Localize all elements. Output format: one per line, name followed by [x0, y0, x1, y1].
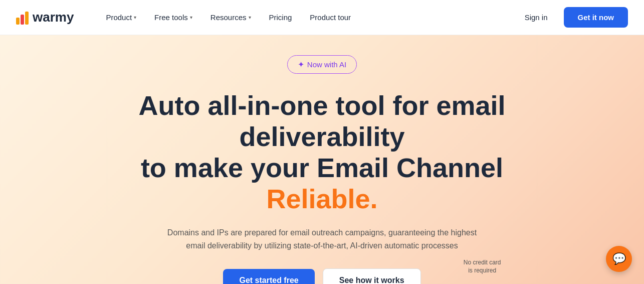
no-credit-card-line1: No credit card — [464, 259, 501, 266]
logo[interactable]: warmy — [16, 10, 74, 25]
no-credit-card-line2: is required — [468, 267, 496, 274]
nav-links: Product ▾ Free tools ▾ Resources ▾ Prici… — [98, 9, 516, 26]
nav-item-resources[interactable]: Resources ▾ — [202, 9, 259, 26]
logo-bar-1 — [16, 18, 20, 25]
nav-item-product[interactable]: Product ▾ — [98, 9, 144, 26]
logo-text: warmy — [33, 10, 74, 25]
cta-secondary-button[interactable]: See how it works — [323, 268, 421, 284]
chevron-down-icon: ▾ — [134, 15, 136, 20]
nav-item-pricing[interactable]: Pricing — [261, 9, 300, 26]
nav-product-label: Product — [106, 13, 132, 22]
nav-product-tour-label: Product tour — [310, 13, 351, 22]
navbar: warmy Product ▾ Free tools ▾ Resources ▾… — [0, 0, 644, 35]
hero-headline: Auto all-in-one tool for email deliverab… — [97, 90, 548, 214]
sign-in-button[interactable]: Sign in — [517, 9, 556, 26]
nav-pricing-label: Pricing — [269, 13, 292, 22]
chat-icon: 💬 — [612, 252, 626, 265]
get-it-now-button[interactable]: Get it now — [564, 7, 628, 28]
nav-free-tools-label: Free tools — [154, 13, 188, 22]
logo-bar-2 — [21, 15, 24, 25]
chevron-down-icon: ▾ — [249, 15, 251, 20]
headline-line1: Auto all-in-one tool for email deliverab… — [139, 90, 506, 152]
hero-cta-area: Get started free See how it works No cre… — [223, 268, 420, 284]
no-credit-card-notice: No credit card is required — [464, 258, 501, 275]
headline-line2-prefix: to make your Email Channel — [141, 153, 503, 183]
nav-right: Sign in Get it now — [517, 7, 628, 28]
ai-badge-label: Now with AI — [307, 60, 346, 69]
nav-item-product-tour[interactable]: Product tour — [302, 9, 359, 26]
nav-resources-label: Resources — [210, 13, 247, 22]
ai-badge[interactable]: ✦ Now with AI — [287, 55, 357, 74]
nav-item-free-tools[interactable]: Free tools ▾ — [146, 9, 200, 26]
logo-icon — [16, 11, 29, 25]
chat-bubble-button[interactable]: 💬 — [606, 246, 632, 272]
sparkle-icon: ✦ — [298, 60, 304, 69]
cta-primary-button[interactable]: Get started free — [223, 269, 314, 284]
headline-accent: Reliable. — [266, 184, 377, 214]
chevron-down-icon: ▾ — [190, 15, 192, 20]
hero-subtext: Domains and IPs are prepared for email o… — [162, 226, 483, 252]
logo-bar-3 — [25, 12, 29, 25]
hero-section: ✦ Now with AI Auto all-in-one tool for e… — [0, 35, 644, 284]
